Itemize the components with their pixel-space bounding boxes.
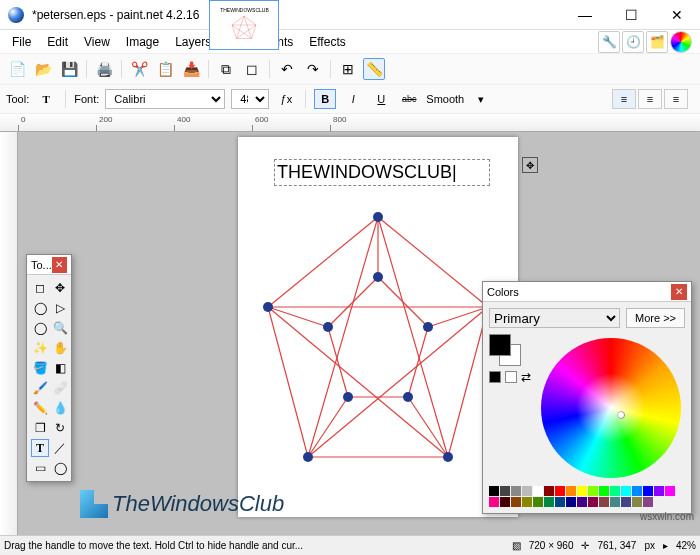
smooth-dropdown-icon[interactable]: ▾: [470, 89, 492, 109]
history-toggle-icon[interactable]: 🕘: [622, 31, 644, 53]
palette-color[interactable]: [500, 486, 510, 496]
colors-panel[interactable]: Colors✕ Primary More >> ⇄: [482, 281, 692, 514]
crop-icon[interactable]: ⧉: [215, 58, 237, 80]
palette-color[interactable]: [533, 486, 543, 496]
text-tool-icon[interactable]: T: [31, 439, 49, 457]
ellipse-select-tool-icon[interactable]: ◯: [31, 319, 49, 337]
line-tool-icon[interactable]: ／: [51, 439, 69, 457]
palette-color[interactable]: [654, 486, 664, 496]
status-zoom-glyph[interactable]: ▸: [663, 540, 668, 551]
color-wheel[interactable]: [541, 338, 681, 478]
palette-color[interactable]: [566, 497, 576, 507]
print-icon[interactable]: 🖨️: [93, 58, 115, 80]
ruler-icon[interactable]: 📏: [363, 58, 385, 80]
underline-button[interactable]: U: [370, 89, 392, 109]
menu-image[interactable]: Image: [118, 33, 167, 51]
document-canvas[interactable]: THEWINDOWSCLUB ✥: [238, 137, 518, 517]
palette-color[interactable]: [577, 486, 587, 496]
palette-color[interactable]: [489, 486, 499, 496]
align-left-button[interactable]: ≡: [612, 89, 636, 109]
open-icon[interactable]: 📂: [32, 58, 54, 80]
palette-color[interactable]: [599, 486, 609, 496]
palette-color[interactable]: [577, 497, 587, 507]
color-mode-select[interactable]: Primary: [489, 308, 620, 328]
bw-white-icon[interactable]: [505, 371, 517, 383]
paste-icon[interactable]: 📥: [180, 58, 202, 80]
move-handle-icon[interactable]: ✥: [522, 157, 538, 173]
palette-color[interactable]: [522, 497, 532, 507]
maximize-button[interactable]: ☐: [608, 0, 654, 30]
palette-color[interactable]: [500, 497, 510, 507]
close-button[interactable]: ✕: [654, 0, 700, 30]
grid-icon[interactable]: ⊞: [337, 58, 359, 80]
copy-icon[interactable]: 📋: [154, 58, 176, 80]
status-zoom[interactable]: 42%: [676, 540, 696, 551]
italic-button[interactable]: I: [342, 89, 364, 109]
align-right-button[interactable]: ≡: [664, 89, 688, 109]
palette-color[interactable]: [610, 497, 620, 507]
palette-color[interactable]: [621, 497, 631, 507]
layers-toggle-icon[interactable]: 🗂️: [646, 31, 668, 53]
save-icon[interactable]: 💾: [58, 58, 80, 80]
clone-tool-icon[interactable]: ❐: [31, 419, 49, 437]
palette-color[interactable]: [511, 497, 521, 507]
palette-color[interactable]: [533, 497, 543, 507]
eraser-tool-icon[interactable]: 🩹: [51, 379, 69, 397]
palette-color[interactable]: [544, 486, 554, 496]
font-family-select[interactable]: Calibri: [105, 89, 225, 109]
move-tool-icon[interactable]: ✥: [51, 279, 69, 297]
pan-tool-icon[interactable]: ✋: [51, 339, 69, 357]
fill-tool-icon[interactable]: 🪣: [31, 359, 49, 377]
tools-panel[interactable]: To...✕ ◻ ✥ ◯ ▷ ◯ 🔍 ✨ ✋ 🪣 ◧ 🖌️ 🩹 ✏️ 💧 ❐ ↻…: [26, 254, 72, 482]
move-selection-tool-icon[interactable]: ▷: [51, 299, 69, 317]
color-palette[interactable]: [489, 486, 685, 507]
palette-color[interactable]: [621, 486, 631, 496]
strike-button[interactable]: abc: [398, 89, 420, 109]
rect-select-tool-icon[interactable]: ◻: [31, 279, 49, 297]
deselect-icon[interactable]: ◻: [241, 58, 263, 80]
bold-button[interactable]: B: [314, 89, 336, 109]
colors-toggle-icon[interactable]: [670, 31, 692, 53]
palette-color[interactable]: [599, 497, 609, 507]
palette-color[interactable]: [566, 486, 576, 496]
menu-edit[interactable]: Edit: [39, 33, 76, 51]
palette-color[interactable]: [522, 486, 532, 496]
palette-color[interactable]: [632, 497, 642, 507]
status-unit[interactable]: px: [644, 540, 655, 551]
palette-color[interactable]: [665, 486, 675, 496]
align-center-button[interactable]: ≡: [638, 89, 662, 109]
palette-color[interactable]: [632, 486, 642, 496]
palette-color[interactable]: [555, 497, 565, 507]
font-size-select[interactable]: 48: [231, 89, 269, 109]
cut-icon[interactable]: ✂️: [128, 58, 150, 80]
palette-color[interactable]: [588, 486, 598, 496]
text-tool-icon[interactable]: T: [35, 89, 57, 109]
palette-color[interactable]: [643, 486, 653, 496]
rect-shape-tool-icon[interactable]: ▭: [31, 459, 49, 477]
text-layer[interactable]: THEWINDOWSCLUB: [274, 159, 490, 186]
picker-tool-icon[interactable]: 💧: [51, 399, 69, 417]
zoom-tool-icon[interactable]: 🔍: [51, 319, 69, 337]
document-thumbnail[interactable]: THEWINDOWSCLUB: [209, 0, 279, 50]
menu-view[interactable]: View: [76, 33, 118, 51]
color-wheel-cursor-icon[interactable]: [617, 411, 625, 419]
palette-color[interactable]: [610, 486, 620, 496]
new-icon[interactable]: 📄: [6, 58, 28, 80]
lasso-tool-icon[interactable]: ◯: [31, 299, 49, 317]
shapes-tool-icon[interactable]: ◯: [51, 459, 69, 477]
brush-tool-icon[interactable]: 🖌️: [31, 379, 49, 397]
color-swatch-pair[interactable]: [489, 334, 521, 366]
redo-icon[interactable]: ↷: [302, 58, 324, 80]
wand-tool-icon[interactable]: ✨: [31, 339, 49, 357]
menu-file[interactable]: File: [4, 33, 39, 51]
palette-color[interactable]: [544, 497, 554, 507]
recolor-tool-icon[interactable]: ↻: [51, 419, 69, 437]
palette-color[interactable]: [643, 497, 653, 507]
tools-toggle-icon[interactable]: 🔧: [598, 31, 620, 53]
pencil-tool-icon[interactable]: ✏️: [31, 399, 49, 417]
bw-black-icon[interactable]: [489, 371, 501, 383]
more-colors-button[interactable]: More >>: [626, 308, 685, 328]
gradient-tool-icon[interactable]: ◧: [51, 359, 69, 377]
palette-color[interactable]: [588, 497, 598, 507]
menu-effects[interactable]: Effects: [301, 33, 353, 51]
